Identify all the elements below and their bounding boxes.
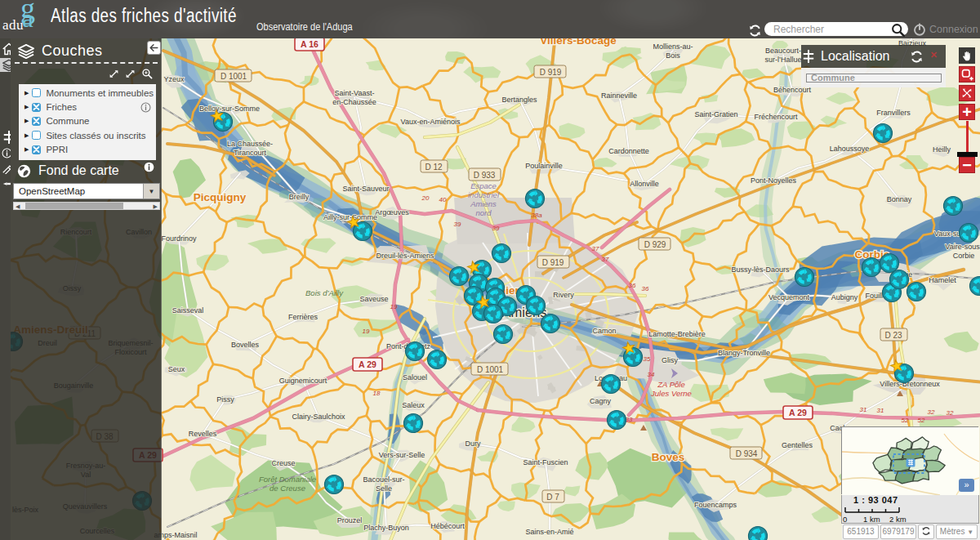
svg-text:Bertangles: Bertangles: [501, 96, 537, 104]
svg-text:Ferrières: Ferrières: [288, 313, 318, 321]
svg-text:D 12: D 12: [425, 163, 443, 172]
svg-text:Argœuves: Argœuves: [375, 208, 409, 216]
svg-text:La Chaussée-: La Chaussée-: [227, 140, 273, 148]
svg-text:Cardonnette: Cardonnette: [608, 147, 649, 155]
svg-text:Fouencamps: Fouencamps: [694, 501, 737, 509]
svg-text:Fréchencourt: Fréchencourt: [754, 113, 798, 121]
svg-text:36: 36: [642, 285, 649, 292]
svg-text:Belloy-sur-Somme: Belloy-sur-Somme: [199, 105, 260, 113]
svg-text:Fourdrinoy: Fourdrinoy: [161, 234, 197, 243]
svg-text:Dury: Dury: [465, 440, 481, 448]
svg-text:Glisy: Glisy: [662, 356, 678, 364]
svg-text:D 929: D 929: [644, 240, 666, 249]
svg-text:37: 37: [592, 245, 599, 252]
svg-text:Corbie: Corbie: [953, 252, 975, 260]
svg-text:Blangy-Tronville: Blangy-Tronville: [718, 349, 770, 357]
svg-text:Sains-en-Amié: Sains-en-Amié: [525, 528, 573, 536]
svg-text:Clairy-Saulchoix: Clairy-Saulchoix: [292, 413, 345, 421]
svg-text:A 29: A 29: [789, 408, 807, 417]
svg-text:Villers-Bocage: Villers-Bocage: [540, 38, 617, 47]
svg-text:Saint-Fuscien: Saint-Fuscien: [523, 458, 568, 466]
svg-text:31: 31: [860, 406, 867, 413]
svg-text:D 933: D 933: [474, 171, 496, 180]
svg-text:Poulainville: Poulainville: [525, 162, 563, 170]
svg-text:nord: nord: [475, 208, 492, 217]
svg-text:Selle: Selle: [376, 484, 392, 493]
svg-text:Rainneville: Rainneville: [601, 91, 637, 100]
svg-text:Saleux: Saleux: [402, 401, 425, 409]
svg-text:Creuse: Creuse: [271, 459, 295, 467]
svg-text:de Creuse: de Creuse: [270, 484, 305, 493]
svg-text:D 1001: D 1001: [477, 365, 504, 374]
svg-text:Rivery: Rivery: [553, 291, 574, 299]
svg-text:Prouzel: Prouzel: [337, 516, 363, 524]
svg-text:A 16: A 16: [301, 39, 318, 49]
svg-text:Vecquemont: Vecquemont: [768, 293, 810, 301]
svg-text:52: 52: [918, 417, 925, 424]
svg-text:Beaucourt-: Beaucourt-: [765, 47, 801, 55]
svg-text:Lahoussoye: Lahoussoye: [830, 145, 870, 153]
svg-text:Tirancourt: Tirancourt: [234, 149, 267, 157]
svg-text:52: 52: [902, 417, 909, 424]
svg-text:39: 39: [454, 221, 461, 228]
svg-text:Espace: Espace: [470, 181, 497, 190]
svg-text:35: 35: [644, 355, 651, 363]
svg-text:D 919: D 919: [540, 68, 562, 77]
svg-text:Vaux-en-Amiénois: Vaux-en-Amiénois: [401, 118, 461, 126]
svg-text:Plachy-Buyon: Plachy-Buyon: [363, 524, 409, 532]
svg-text:Boves: Boves: [652, 451, 685, 463]
svg-text:32: 32: [947, 409, 954, 417]
svg-text:Molliens-au-: Molliens-au-: [653, 42, 693, 51]
svg-text:en-Chaussée: en-Chaussée: [332, 98, 376, 106]
svg-text:Pont-Noyelles: Pont-Noyelles: [751, 176, 797, 185]
svg-text:Picquigny: Picquigny: [194, 191, 247, 203]
svg-text:Saveuse: Saveuse: [359, 295, 388, 303]
svg-text:38a: 38a: [531, 212, 542, 219]
svg-text:Bois: Bois: [666, 51, 680, 60]
svg-text:Vers-sur-Selle: Vers-sur-Selle: [379, 451, 425, 459]
svg-text:Salouel: Salouel: [403, 373, 427, 382]
svg-text:Saint-Sauveur: Saint-Sauveur: [342, 185, 389, 193]
svg-text:20: 20: [421, 194, 430, 202]
svg-text:D 919: D 919: [542, 258, 564, 267]
svg-text:Allonville: Allonville: [630, 180, 659, 188]
svg-text:Forêt Domaniale: Forêt Domaniale: [259, 475, 316, 484]
svg-text:Amiens: Amiens: [470, 199, 497, 208]
svg-text:Dreuil-lès-Amiens: Dreuil-lès-Amiens: [376, 252, 434, 260]
svg-text:D 934: D 934: [736, 449, 758, 458]
svg-text:36: 36: [629, 282, 636, 289]
svg-text:Lamotte-Brebière: Lamotte-Brebière: [648, 330, 706, 338]
svg-text:Bovelles: Bovelles: [231, 341, 260, 349]
svg-text:2 km: 2 km: [889, 515, 906, 523]
svg-text:Guignemicourt: Guignemicourt: [279, 377, 327, 385]
svg-text:19: 19: [390, 303, 398, 310]
svg-text:ZA Pôle: ZA Pôle: [657, 380, 684, 389]
svg-text:D 23: D 23: [884, 331, 902, 340]
svg-text:Bacouel-sur-: Bacouel-sur-: [363, 475, 404, 484]
svg-text:D 1001: D 1001: [220, 72, 247, 81]
svg-text:Jules Verne: Jules Verne: [650, 389, 692, 398]
svg-text:Pissy: Pissy: [216, 395, 234, 404]
svg-text:industriel: industriel: [468, 190, 500, 199]
svg-text:Franvillers: Franvillers: [876, 109, 911, 117]
svg-text:Camon: Camon: [592, 327, 616, 335]
svg-text:Bussy-lès-Daours: Bussy-lès-Daours: [731, 266, 790, 274]
svg-text:37: 37: [602, 256, 609, 263]
svg-text:Gentelles: Gentelles: [782, 441, 813, 449]
svg-text:18: 18: [373, 390, 381, 397]
svg-text:Saint-Vaast-: Saint-Vaast-: [335, 89, 375, 97]
svg-text:Saisseval: Saisseval: [172, 306, 204, 315]
svg-text:sur-l’Hallue: sur-l’Hallue: [764, 56, 801, 64]
svg-text:Ailly-sur-Somme: Ailly-sur-Somme: [323, 213, 377, 221]
svg-text:1 km: 1 km: [863, 515, 880, 523]
svg-text:Saint-Gratien: Saint-Gratien: [694, 110, 737, 118]
svg-text:Hamelet: Hamelet: [929, 276, 956, 284]
svg-text:D 7: D 7: [546, 493, 559, 502]
svg-text:A 29: A 29: [359, 359, 376, 369]
svg-text:Vaire-sous-: Vaire-sous-: [945, 243, 980, 251]
svg-text:Bois d’Ailly: Bois d’Ailly: [305, 288, 344, 297]
svg-text:Heilly: Heilly: [933, 145, 951, 154]
svg-text:Cagny: Cagny: [590, 397, 612, 405]
svg-text:Aubigny: Aubigny: [831, 293, 858, 301]
svg-text:34: 34: [648, 371, 655, 378]
